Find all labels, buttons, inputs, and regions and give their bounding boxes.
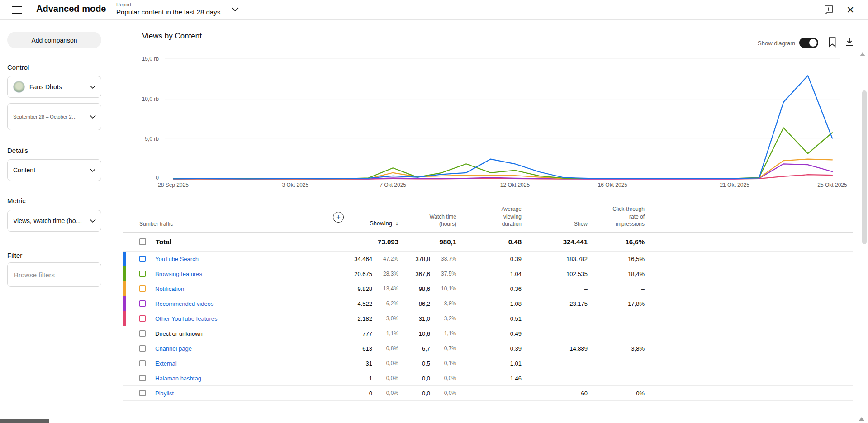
impressions-cell: 60 (533, 386, 599, 400)
impressions-cell-value: 23.175 (569, 300, 588, 307)
views-cell-percent: 28,3% (372, 271, 398, 277)
traffic-source-link[interactable]: Recommended videos (155, 300, 213, 307)
row-name-cell: Playlist (123, 386, 339, 400)
show-diagram-toggle[interactable] (799, 38, 818, 48)
avg-duration-cell-value: 1.08 (510, 300, 522, 307)
traffic-source-link[interactable]: Other YouTube features (155, 315, 218, 322)
impressions-cell-value: – (584, 360, 588, 367)
impressions-cell-value: 14.889 (569, 345, 588, 352)
x-axis-tick-label: 3 Okt 2025 (270, 182, 320, 188)
column-header-views[interactable]: Showing ↓ (339, 202, 410, 232)
impressions-cell-value: – (584, 315, 588, 322)
views-cell-value: 73.093 (339, 238, 398, 246)
impressions-cell-value: 183.782 (566, 256, 588, 262)
avg-duration-cell-value: 0.48 (508, 238, 522, 246)
traffic-source-link[interactable]: Channel page (155, 345, 192, 352)
ctr-cell: 17,8% (599, 296, 656, 311)
chart-canvas[interactable] (165, 59, 840, 179)
row-checkbox[interactable] (139, 315, 146, 322)
traffic-source-link[interactable]: Halaman hashtag (155, 375, 201, 382)
traffic-source-link[interactable]: Playlist (155, 390, 174, 397)
empty-cell (656, 266, 853, 281)
row-checkbox[interactable] (139, 390, 146, 396)
add-comparison-button[interactable]: Add comparison (7, 32, 101, 48)
traffic-source-link[interactable]: YouTube Search (155, 256, 199, 262)
empty-cell (656, 356, 853, 371)
sort-descending-icon: ↓ (395, 219, 398, 228)
ctr-cell: 16,6% (599, 233, 656, 251)
column-header-impressions[interactable]: Show (533, 202, 599, 232)
download-icon[interactable] (844, 36, 855, 48)
row-checkbox[interactable] (139, 271, 146, 277)
traffic-table: Sumber traffic Showing ↓ Watch time (hou… (123, 202, 853, 401)
column-header-avg-duration[interactable]: Average viewing duration (468, 202, 533, 232)
watch-time-cell-value: 31,0 (410, 315, 430, 322)
table-total-row: Total73.093980,10.48324.44116,6% (123, 233, 853, 252)
watch-time-cell-value: 0,0 (410, 390, 430, 397)
traffic-source-link[interactable]: Notification (155, 285, 184, 292)
details-select[interactable]: Content (7, 159, 101, 181)
traffic-source-link[interactable]: External (155, 360, 177, 367)
row-checkbox[interactable] (139, 300, 146, 307)
avg-duration-cell: 0.39 (468, 252, 533, 266)
impressions-cell-value: – (584, 285, 588, 292)
scroll-up-arrow-icon[interactable] (860, 52, 865, 56)
watch-time-cell-percent: 10,1% (430, 285, 456, 292)
row-checkbox[interactable] (139, 330, 146, 337)
row-checkbox[interactable] (139, 345, 146, 352)
browse-filters-input[interactable] (14, 271, 95, 279)
table-row: External310,0%0,50,1%1.01–– (123, 356, 853, 371)
views-cell-value: 0 (339, 390, 372, 397)
views-cell: 7771,1% (339, 326, 410, 341)
chevron-down-icon (90, 115, 96, 119)
row-color-bar (123, 296, 126, 311)
metric-select[interactable]: Views, Watch time (ho… (7, 210, 101, 232)
row-checkbox[interactable] (139, 375, 146, 381)
vertical-scrollbar[interactable] (862, 90, 867, 244)
x-axis-tick-label: 7 Okt 2025 (368, 182, 418, 188)
row-checkbox[interactable] (139, 256, 146, 262)
report-selector[interactable]: Report Popular content in the last 28 da… (116, 2, 220, 16)
column-header-watch-time[interactable]: Watch time (hours) (410, 202, 468, 232)
column-header-ctr[interactable]: Click-through rate of impressions (599, 202, 656, 232)
views-cell-value: 34.464 (339, 256, 372, 262)
ctr-cell: – (599, 371, 656, 385)
chevron-down-icon[interactable] (232, 7, 239, 11)
channel-avatar (13, 81, 25, 93)
topbar-divider (109, 0, 109, 20)
ctr-cell-value: – (641, 375, 645, 382)
row-checkbox[interactable] (139, 360, 146, 366)
add-column-button[interactable]: + (333, 212, 344, 223)
horizontal-scrollbar[interactable] (0, 419, 49, 423)
menu-icon[interactable] (12, 6, 22, 14)
row-color-bar (123, 252, 126, 266)
date-range-select[interactable]: September 28 – October 2… Last 28 days (7, 103, 101, 130)
table-row: Halaman hashtag10,0%0,00,0%1.46–– (123, 371, 853, 386)
views-cell-value: 2.182 (339, 315, 372, 322)
views-cell-percent: 6,2% (372, 300, 398, 307)
avg-duration-cell: 0.49 (468, 326, 533, 341)
feedback-icon[interactable] (823, 5, 834, 15)
views-cell-percent: 3,0% (372, 315, 398, 322)
watch-time-cell-value: 98,6 (410, 285, 430, 292)
watch-time-cell: 6,70,7% (410, 341, 468, 356)
x-axis-tick-label: 25 Okt 2025 (807, 182, 857, 188)
watch-time-cell: 31,03,2% (410, 311, 468, 326)
filter-heading: Filter (7, 252, 101, 260)
watch-time-cell-percent: 3,2% (430, 315, 456, 322)
bookmark-icon[interactable] (826, 36, 838, 48)
line-chart[interactable]: 05,0 rb10,0 rb15,0 rb28 Sep 20253 Okt 20… (109, 59, 868, 199)
avg-duration-cell: 0.39 (468, 341, 533, 356)
show-diagram-label: Show diagram (758, 40, 795, 47)
row-checkbox[interactable] (139, 285, 146, 292)
table-row: Recommended videos4.5226,2%86,28,8%1.082… (123, 296, 853, 311)
ctr-cell-value: 0% (636, 390, 645, 397)
row-checkbox[interactable] (139, 238, 146, 245)
empty-cell (656, 233, 853, 251)
views-cell-value: 613 (339, 345, 372, 352)
channel-select[interactable]: Fans Dhots (7, 76, 101, 98)
close-icon[interactable]: ✕ (845, 5, 856, 15)
views-cell: 73.093 (339, 233, 410, 251)
traffic-source-link[interactable]: Browsing features (155, 271, 202, 277)
avg-duration-cell-value: 1.46 (510, 375, 522, 382)
